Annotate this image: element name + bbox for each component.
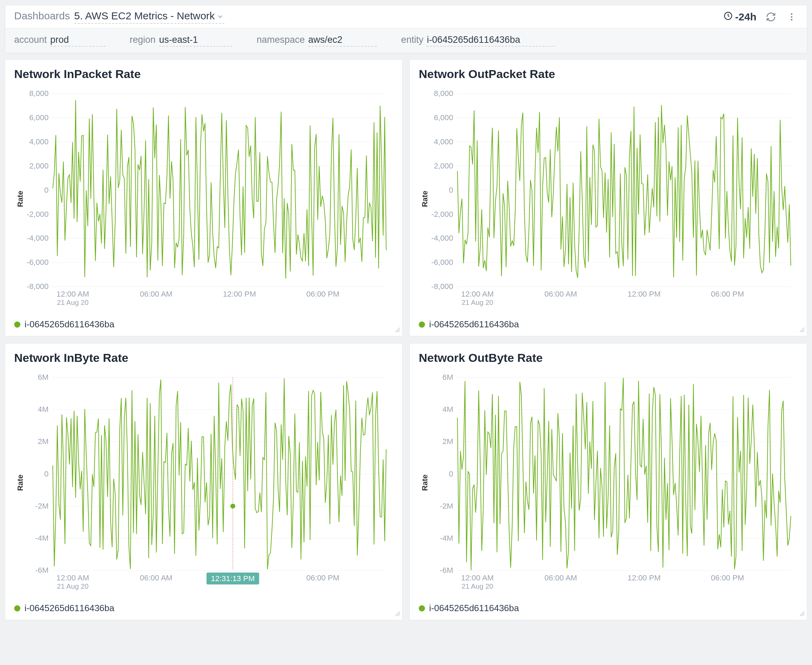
- header-actions: -24h: [723, 11, 798, 23]
- legend-label: i-0645265d6116436ba: [25, 319, 114, 330]
- panel-title: Network InByte Rate: [14, 351, 393, 365]
- svg-point-1: [791, 13, 793, 15]
- svg-text:6,000: 6,000: [434, 113, 453, 122]
- svg-text:4M: 4M: [443, 405, 453, 414]
- filter-value: i-0645265d6116436ba: [427, 34, 555, 47]
- dashboard-root: Dashboards 5. AWS EC2 Metrics - Network …: [0, 0, 812, 665]
- clock-icon: [723, 11, 733, 23]
- svg-text:8,000: 8,000: [434, 89, 453, 98]
- resize-handle-icon[interactable]: [799, 610, 805, 618]
- chart-svg[interactable]: -8,000-6,000-4,000-2,00002,0004,0006,000…: [419, 85, 798, 313]
- series-line: [53, 100, 386, 278]
- resize-handle-icon[interactable]: [394, 326, 400, 334]
- svg-text:-6M: -6M: [35, 566, 49, 575]
- legend-swatch: [14, 321, 20, 328]
- filter-bar: accountprodregionus-east-1namespaceaws/e…: [5, 28, 807, 53]
- svg-text:2M: 2M: [443, 437, 453, 446]
- panel-title: Network InPacket Rate: [14, 67, 393, 81]
- chart-area[interactable]: Rate-6M-4M-2M02M4M6M12:00 AM21 Aug 2006:…: [14, 369, 393, 597]
- svg-text:12:00 AM: 12:00 AM: [461, 573, 494, 582]
- svg-text:2M: 2M: [38, 437, 49, 446]
- svg-text:-2M: -2M: [440, 502, 453, 510]
- svg-text:21 Aug 20: 21 Aug 20: [57, 583, 89, 590]
- legend[interactable]: i-0645265d6116436ba: [419, 319, 798, 330]
- svg-text:0: 0: [44, 186, 48, 194]
- svg-text:4M: 4M: [38, 405, 49, 414]
- svg-text:06:00 PM: 06:00 PM: [711, 290, 744, 298]
- filter-entity[interactable]: entityi-0645265d6116436ba: [401, 34, 555, 47]
- time-range-value: -24h: [735, 11, 756, 23]
- chart-svg[interactable]: -8,000-6,000-4,000-2,00002,0004,0006,000…: [14, 85, 393, 313]
- svg-text:0: 0: [449, 186, 453, 194]
- dashboard-title-text: 5. AWS EC2 Metrics - Network: [74, 10, 215, 21]
- crosshair-marker: [230, 504, 235, 509]
- svg-text:-6,000: -6,000: [26, 258, 48, 267]
- breadcrumb: Dashboards 5. AWS EC2 Metrics - Network: [14, 10, 224, 24]
- chart-svg[interactable]: -6M-4M-2M02M4M6M12:00 AM21 Aug 2006:00 A…: [14, 369, 393, 597]
- panel-title: Network OutPacket Rate: [419, 67, 798, 81]
- svg-text:12:00 PM: 12:00 PM: [628, 290, 661, 298]
- filter-region[interactable]: regionus-east-1: [130, 34, 233, 47]
- svg-point-3: [791, 19, 793, 21]
- svg-text:-6M: -6M: [440, 566, 453, 575]
- filter-value: aws/ec2: [308, 34, 377, 47]
- filter-value: us-east-1: [159, 34, 233, 47]
- legend[interactable]: i-0645265d6116436ba: [14, 319, 393, 330]
- legend-label: i-0645265d6116436ba: [429, 319, 519, 330]
- svg-text:-8,000: -8,000: [26, 282, 48, 291]
- svg-text:21 Aug 20: 21 Aug 20: [462, 583, 493, 590]
- filter-value: prod: [51, 34, 106, 47]
- svg-text:0: 0: [449, 470, 453, 478]
- panel-title: Network OutByte Rate: [419, 351, 798, 365]
- legend-label: i-0645265d6116436ba: [25, 603, 114, 614]
- dashboard-title-dropdown[interactable]: 5. AWS EC2 Metrics - Network: [74, 10, 224, 24]
- more-menu-button[interactable]: [786, 11, 798, 23]
- panel-out_packet: Network OutPacket RateRate-8,000-6,000-4…: [409, 59, 807, 336]
- svg-text:06:00 AM: 06:00 AM: [544, 290, 577, 298]
- breadcrumb-label[interactable]: Dashboards: [14, 10, 70, 22]
- svg-text:6M: 6M: [443, 373, 453, 382]
- svg-text:-4M: -4M: [440, 534, 453, 542]
- svg-text:12:00 AM: 12:00 AM: [461, 290, 494, 298]
- svg-point-2: [791, 16, 793, 18]
- legend-label: i-0645265d6116436ba: [429, 603, 519, 614]
- svg-text:-2,000: -2,000: [431, 210, 453, 219]
- chart-svg[interactable]: -6M-4M-2M02M4M6M12:00 AM21 Aug 2006:00 A…: [419, 369, 798, 597]
- y-axis-label: Rate: [16, 191, 25, 207]
- svg-text:2,000: 2,000: [434, 162, 453, 170]
- filter-namespace[interactable]: namespaceaws/ec2: [257, 34, 377, 47]
- filter-key: namespace: [257, 34, 305, 45]
- header-row: Dashboards 5. AWS EC2 Metrics - Network …: [5, 5, 807, 28]
- time-range-picker[interactable]: -24h: [723, 11, 756, 23]
- chevron-down-icon: [217, 11, 224, 23]
- legend[interactable]: i-0645265d6116436ba: [14, 603, 393, 614]
- panel-out_byte: Network OutByte RateRate-6M-4M-2M02M4M6M…: [409, 343, 807, 620]
- refresh-button[interactable]: [765, 11, 777, 23]
- svg-text:-4M: -4M: [35, 534, 49, 542]
- legend[interactable]: i-0645265d6116436ba: [419, 603, 798, 614]
- chart-area[interactable]: Rate-8,000-6,000-4,000-2,00002,0004,0006…: [419, 85, 798, 313]
- filter-key: region: [130, 34, 156, 45]
- resize-handle-icon[interactable]: [799, 326, 805, 334]
- svg-text:12:00 PM: 12:00 PM: [223, 290, 256, 298]
- panel-in_packet: Network InPacket RateRate-8,000-6,000-4,…: [5, 59, 403, 336]
- resize-handle-icon[interactable]: [394, 610, 400, 618]
- svg-text:12:00 AM: 12:00 AM: [57, 573, 89, 582]
- legend-swatch: [14, 605, 20, 611]
- chart-area[interactable]: Rate-6M-4M-2M02M4M6M12:00 AM21 Aug 2006:…: [419, 369, 798, 597]
- header-card: Dashboards 5. AWS EC2 Metrics - Network …: [5, 5, 807, 53]
- svg-text:6,000: 6,000: [29, 113, 49, 122]
- svg-text:0: 0: [44, 470, 48, 478]
- svg-text:8,000: 8,000: [29, 89, 49, 98]
- series-line: [457, 378, 791, 570]
- svg-text:06:00 AM: 06:00 AM: [544, 573, 577, 582]
- legend-swatch: [419, 321, 425, 328]
- chart-area[interactable]: Rate-8,000-6,000-4,000-2,00002,0004,0006…: [14, 85, 393, 313]
- svg-text:-2,000: -2,000: [26, 210, 48, 219]
- svg-text:4,000: 4,000: [29, 138, 49, 146]
- svg-text:4,000: 4,000: [434, 138, 453, 146]
- filter-account[interactable]: accountprod: [14, 34, 106, 47]
- svg-text:06:00 AM: 06:00 AM: [140, 573, 172, 582]
- svg-text:-6,000: -6,000: [431, 258, 453, 267]
- svg-text:21 Aug 20: 21 Aug 20: [57, 299, 89, 306]
